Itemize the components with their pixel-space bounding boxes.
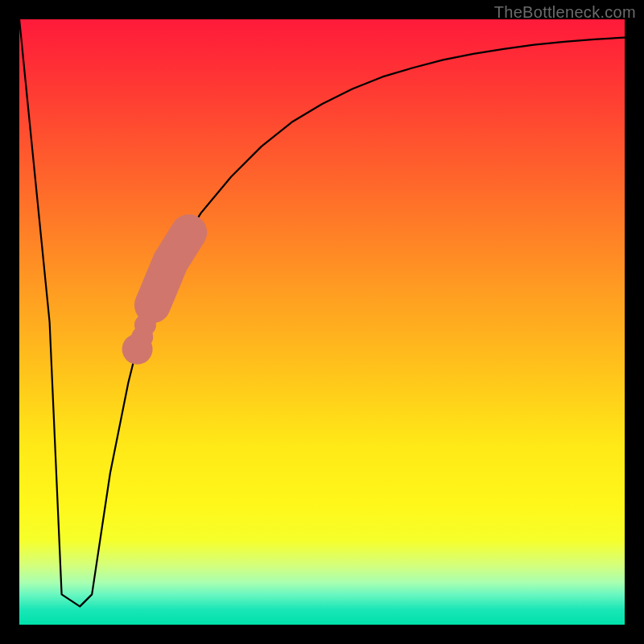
chart-svg	[19, 19, 625, 625]
chart-container: TheBottleneck.com	[0, 0, 644, 644]
highlight-segment	[122, 233, 189, 365]
curve-path	[19, 19, 625, 606]
plot-area	[19, 19, 625, 625]
highlight-band	[152, 233, 188, 305]
highlight-dot	[122, 334, 153, 365]
curve-line	[19, 19, 625, 606]
